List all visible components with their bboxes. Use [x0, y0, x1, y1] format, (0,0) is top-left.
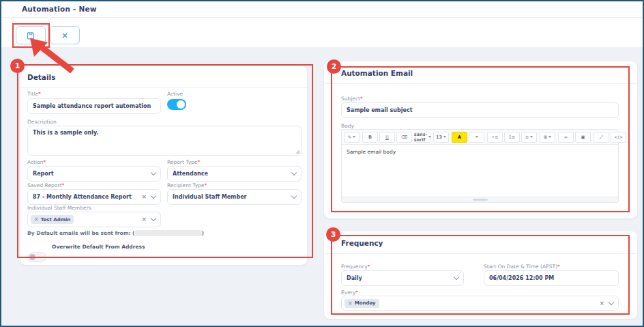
active-label: Active	[167, 91, 183, 97]
unordered-list-icon: •≡	[492, 134, 498, 140]
ordered-list-icon: 1≡	[509, 134, 516, 140]
paragraph-icon: ≡	[525, 134, 529, 140]
step2-badge: 2	[327, 59, 341, 74]
table-icon: ⊞	[544, 134, 547, 140]
title-input[interactable]: Sample attendance report automation	[27, 98, 161, 114]
insert-link-button[interactable]: ∞	[558, 132, 574, 143]
overwrite-from-toggle[interactable]	[27, 252, 46, 262]
step1-badge: 1	[10, 59, 25, 73]
start-datetime-label: Start On Date & Time (AEST)*	[484, 264, 560, 270]
staff-members-multiselect[interactable]: × Test Admin ×	[27, 212, 161, 227]
frequency-select[interactable]: Daily	[341, 270, 464, 286]
action-select[interactable]: Report	[27, 166, 161, 182]
paragraph-dropdown[interactable]: ≡	[521, 132, 537, 143]
page-title: Automation - New	[22, 5, 97, 13]
every-label: Every*	[341, 289, 358, 296]
codeview-button[interactable]: </>	[611, 132, 626, 143]
ordered-list-button[interactable]: 1≡	[504, 132, 520, 143]
chevron-down-icon	[609, 299, 614, 304]
subject-input[interactable]: Sample email subject	[341, 102, 619, 118]
editor-toolbar: ✎ B U ⌫ sans-serif 13 A •≡ 1≡ ≡ ⊞ ∞	[342, 130, 618, 145]
clear-formatting-button[interactable]: ⌫	[396, 132, 412, 143]
bold-button[interactable]: B	[362, 132, 378, 143]
eraser-icon: ⌫	[401, 134, 407, 140]
link-icon: ∞	[564, 134, 568, 140]
insert-image-button[interactable]: ▣	[575, 132, 591, 143]
report-type-select[interactable]: Attendance	[167, 166, 302, 182]
save-button[interactable]	[16, 26, 46, 44]
action-toolbar	[1, 18, 643, 47]
resize-grip-icon	[473, 199, 488, 201]
page-header	[1, 1, 643, 18]
clear-icon[interactable]: ×	[141, 194, 147, 200]
font-color-dropdown[interactable]	[469, 132, 484, 143]
style-dropdown-button[interactable]: ✎	[344, 132, 360, 143]
table-dropdown[interactable]: ⊞	[540, 132, 555, 143]
saved-report-select[interactable]: 87 - Monthly Attendance Report ×	[27, 189, 161, 205]
font-color-button[interactable]: A	[452, 132, 467, 143]
every-day-chip[interactable]: × Monday	[345, 299, 379, 308]
frequency-card-title: Frequency	[341, 239, 383, 247]
staff-member-chip[interactable]: × Test Admin	[31, 215, 74, 224]
caret-down-icon	[353, 136, 355, 138]
details-card: Details Title* Sample attendance report …	[20, 66, 307, 265]
chip-close-icon[interactable]: ×	[348, 300, 353, 307]
chevron-down-icon	[151, 193, 156, 199]
chevron-down-icon	[291, 193, 297, 199]
email-card-title: Automation Email	[341, 69, 413, 77]
chevron-down-icon	[291, 170, 297, 175]
close-button[interactable]: ×	[50, 26, 80, 44]
fullscreen-button[interactable]: ⤢	[594, 132, 609, 143]
step3-badge: 3	[326, 227, 340, 242]
recipient-type-select[interactable]: Individual Staff Member	[167, 189, 302, 205]
chevron-down-icon	[151, 216, 156, 221]
editor-resize-bar[interactable]	[342, 197, 618, 202]
body-editor-content[interactable]: Sample email body	[342, 145, 618, 197]
description-value: This is a sample only.	[33, 130, 99, 136]
redacted-email	[135, 230, 202, 236]
body-richtext-editor[interactable]: ✎ B U ⌫ sans-serif 13 A •≡ 1≡ ≡ ⊞ ∞	[341, 129, 619, 203]
details-divider	[20, 87, 307, 88]
unordered-list-button[interactable]: •≡	[487, 132, 503, 143]
overwrite-from-label: Overwrite Default From Address	[52, 244, 145, 250]
title-input-value: Sample attendance report automation	[33, 103, 151, 109]
caret-down-icon	[530, 136, 533, 138]
active-toggle[interactable]	[167, 99, 186, 110]
frequency-card: Frequency Frequency* Daily Start On Date…	[324, 231, 637, 319]
recipient-type-label: Recipient Type*	[167, 182, 207, 188]
chevron-down-icon	[151, 170, 156, 175]
caret-down-icon	[443, 136, 446, 138]
caret-down-icon	[428, 136, 431, 138]
frequency-divider	[324, 253, 637, 254]
description-textarea[interactable]: This is a sample only.	[27, 126, 302, 156]
chip-close-icon[interactable]: ×	[34, 216, 39, 223]
report-type-label: Report Type*	[167, 159, 200, 165]
caret-down-icon	[548, 136, 551, 138]
action-label: Action*	[27, 159, 46, 165]
chevron-down-icon	[454, 274, 459, 280]
resize-handle-icon[interactable]	[295, 150, 299, 154]
codeview-icon: </>	[614, 134, 623, 140]
frequency-field-label: Frequency*	[341, 264, 370, 270]
caret-down-icon	[475, 136, 478, 138]
details-card-title: Details	[27, 73, 55, 81]
underline-button[interactable]: U	[379, 132, 395, 143]
close-icon: ×	[61, 31, 68, 40]
image-icon: ▣	[581, 134, 585, 140]
description-label: Description	[27, 119, 57, 125]
subject-label: Subject*	[341, 96, 363, 102]
every-multiselect[interactable]: × Monday ×	[341, 296, 619, 311]
font-family-dropdown[interactable]: sans-serif	[415, 132, 430, 143]
body-label: Body	[341, 123, 354, 129]
clear-icon[interactable]: ×	[599, 300, 604, 307]
font-size-dropdown[interactable]: 13	[433, 132, 449, 143]
automation-new-page: Automation - New × Details Title* Sample…	[0, 0, 644, 327]
automation-email-card: Automation Email Subject* Sample email s…	[324, 61, 637, 218]
save-icon	[27, 31, 35, 40]
clear-icon[interactable]: ×	[141, 216, 147, 223]
start-datetime-input[interactable]: 06/04/2026 12:00 PM	[484, 270, 619, 286]
title-field-label: Title*	[27, 91, 41, 97]
saved-report-label: Saved Report*	[27, 182, 64, 188]
fullscreen-icon: ⤢	[600, 134, 603, 140]
staff-members-label: Individual Staff Members	[27, 205, 91, 211]
